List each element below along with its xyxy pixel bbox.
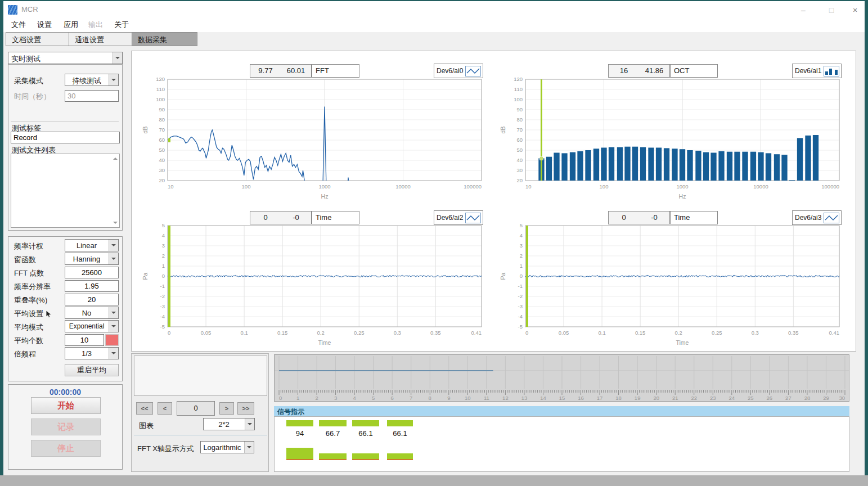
chevron-down-icon (109, 348, 118, 359)
record-timeline[interactable]: 0123456789101112131415161718192021222324… (274, 354, 849, 402)
chevron-down-icon (109, 321, 118, 332)
acq-mode-select[interactable]: 持续测试 (65, 74, 119, 86)
svg-text:0.41: 0.41 (829, 330, 840, 336)
close-button[interactable]: × (845, 4, 865, 16)
menu-bar: 文件 设置 应用 输出 关于 (3, 17, 865, 32)
svg-text:28: 28 (804, 395, 811, 401)
menu-item-about[interactable]: 关于 (114, 20, 129, 30)
window-func-label: 窗函数 (14, 255, 36, 265)
page-first-button[interactable]: << (136, 402, 153, 415)
avg-setting-label: 平均设置 (14, 309, 43, 319)
start-button[interactable]: 开始 (31, 397, 101, 414)
svg-text:6: 6 (391, 395, 394, 401)
svg-text:5: 5 (162, 222, 165, 228)
test-mode-select[interactable]: 实时测试 (8, 52, 123, 64)
signal-level-meter (319, 453, 347, 460)
menu-item-file[interactable]: 文件 (11, 20, 26, 30)
freq-resolution-field[interactable] (65, 280, 119, 292)
signal-level-value: 66.1 (352, 429, 379, 438)
svg-text:0.05: 0.05 (201, 330, 212, 336)
svg-text:0.1: 0.1 (240, 330, 248, 336)
tab-channel-settings[interactable]: 通道设置 (69, 32, 132, 46)
overlap-field[interactable] (65, 294, 119, 305)
svg-text:50: 50 (516, 147, 523, 153)
scroll-down-icon[interactable] (113, 222, 118, 224)
svg-text:0: 0 (520, 273, 523, 279)
signal-active-bar (319, 420, 347, 426)
svg-text:5: 5 (520, 222, 523, 228)
svg-text:120: 120 (514, 76, 523, 82)
svg-text:14: 14 (540, 395, 546, 401)
svg-text:110: 110 (514, 86, 523, 92)
svg-text:20: 20 (516, 177, 523, 183)
maximize-button[interactable]: □ (822, 4, 841, 16)
svg-text:1000: 1000 (676, 183, 688, 190)
fft-xaxis-label: FFT X轴显示方式 (137, 444, 194, 454)
time-waveform-chart-ai2[interactable]: -5-4-3-2-101234500.050.10.150.20.250.30.… (136, 220, 490, 346)
svg-text:-3: -3 (160, 303, 165, 309)
signal-level-value: 66.7 (319, 429, 347, 438)
display-control-panel: << < 0 > >> 图表 2*2 FFT X轴显示方式 Logarithmi… (131, 353, 269, 472)
svg-text:100000: 100000 (464, 183, 482, 190)
tab-data-acquisition[interactable]: 数据采集 (132, 32, 197, 46)
chart-layout-label: 图表 (139, 421, 154, 431)
scroll-up-icon[interactable] (113, 158, 118, 160)
test-file-listbox[interactable] (11, 154, 120, 228)
page-counter: 0 (177, 401, 215, 416)
svg-text:0: 0 (525, 330, 528, 336)
avg-count-field[interactable] (65, 334, 104, 346)
svg-text:40: 40 (159, 157, 165, 163)
window-border-bottom (0, 475, 868, 486)
svg-text:-1: -1 (518, 283, 523, 289)
menu-item-apply[interactable]: 应用 (64, 20, 78, 30)
svg-text:100: 100 (242, 183, 251, 190)
minimize-button[interactable]: – (794, 4, 813, 16)
page-last-button[interactable]: >> (237, 402, 254, 415)
signal-active-bar (352, 420, 379, 426)
svg-text:0.2: 0.2 (317, 330, 325, 336)
elapsed-timer: 00:00:00 (8, 388, 122, 397)
svg-text:0.35: 0.35 (430, 330, 441, 336)
timeline-ruler[interactable]: 0123456789101112131415161718192021222324… (275, 355, 849, 401)
fft-xaxis-select[interactable]: Logarithmic (200, 441, 254, 453)
svg-text:30: 30 (839, 395, 845, 401)
svg-text:-5: -5 (160, 323, 165, 330)
tab-document-settings[interactable]: 文档设置 (6, 32, 69, 46)
svg-text:0: 0 (279, 395, 282, 401)
chevron-down-icon (244, 442, 254, 453)
svg-text:Pa: Pa (142, 272, 149, 280)
divider (134, 435, 267, 435)
octave-band-chart[interactable]: 2030405060708090100110120101001000100001… (493, 74, 848, 200)
svg-text:70: 70 (159, 127, 165, 133)
chevron-down-icon (109, 253, 118, 264)
avg-mode-select[interactable]: Exponential (65, 320, 119, 332)
avg-setting-select[interactable]: No (65, 307, 119, 319)
time-waveform-chart-ai3[interactable]: -5-4-3-2-101234500.050.10.150.20.250.30.… (493, 220, 848, 346)
fft-points-field[interactable] (65, 267, 119, 278)
svg-text:2: 2 (315, 395, 318, 401)
freq-weighting-select[interactable]: Linear (65, 239, 119, 251)
title-bar: MCR – □ × (3, 1, 865, 17)
chevron-down-icon (109, 307, 118, 318)
fft-spectrum-chart[interactable]: 2030405060708090100110120101001000100001… (136, 74, 490, 200)
svg-text:25: 25 (748, 395, 754, 401)
svg-text:29: 29 (823, 395, 829, 401)
svg-text:17: 17 (597, 395, 603, 401)
signal-indicator-title: 信号指示 (274, 406, 849, 416)
restart-average-button[interactable]: 重启平均 (65, 364, 119, 376)
svg-text:dB: dB (142, 127, 149, 134)
svg-text:18: 18 (615, 395, 622, 401)
signal-channel-1: 94 (286, 417, 313, 472)
window-func-select[interactable]: Hanning (65, 253, 119, 265)
test-label-field[interactable] (11, 132, 120, 143)
octave-select[interactable]: 1/3 (65, 347, 119, 359)
page-next-button[interactable]: > (219, 402, 234, 415)
menu-item-settings[interactable]: 设置 (37, 20, 52, 30)
window-border-right (865, 0, 868, 476)
svg-text:-5: -5 (518, 323, 523, 330)
page-prev-button[interactable]: < (158, 402, 172, 415)
signal-indicator-body: 94 66.7 66.1 66.1 (274, 416, 849, 472)
svg-text:100: 100 (600, 183, 609, 190)
svg-text:4: 4 (520, 232, 523, 238)
chart-layout-select[interactable]: 2*2 (203, 418, 255, 430)
